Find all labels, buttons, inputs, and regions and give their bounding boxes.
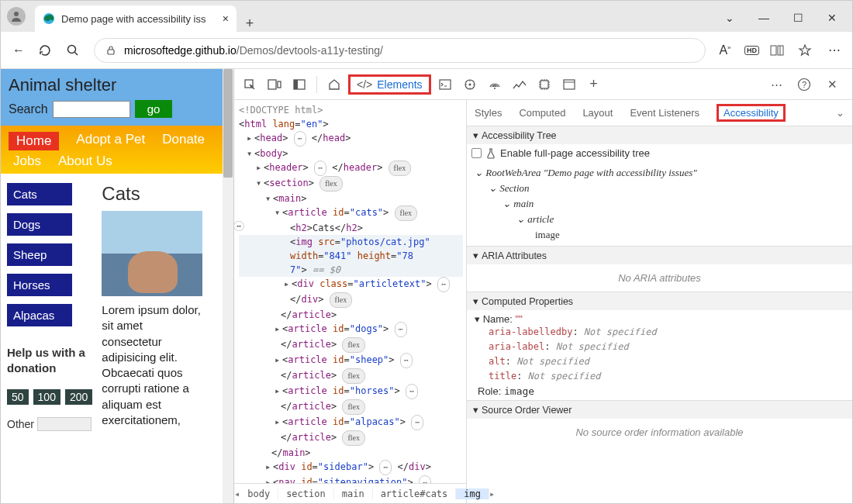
subtab-layout[interactable]: Layout bbox=[582, 107, 613, 119]
sidebar-item-dogs[interactable]: Dogs bbox=[7, 213, 72, 236]
section-accessibility-tree[interactable]: ▾Accessibility Tree bbox=[467, 126, 852, 144]
donation-50[interactable]: 50 bbox=[7, 389, 29, 405]
enable-tree-checkbox[interactable] bbox=[471, 148, 482, 158]
title-bar: Demo page with accessibility iss × + ⌄ —… bbox=[1, 1, 852, 32]
browser-tab[interactable]: Demo page with accessibility iss × bbox=[35, 5, 237, 32]
svg-point-0 bbox=[14, 12, 19, 16]
address-bar[interactable]: microsoftedge.github.io/Demos/devtools-a… bbox=[94, 38, 706, 63]
styles-tabs: Styles Computed Layout Event Listeners A… bbox=[467, 100, 852, 126]
crumb-main[interactable]: main bbox=[334, 488, 373, 499]
svg-text:?: ? bbox=[802, 80, 806, 89]
nav-home[interactable]: Home bbox=[9, 132, 59, 150]
application-icon[interactable] bbox=[558, 74, 580, 95]
row-actions-icon[interactable]: ⋯ bbox=[234, 221, 244, 231]
section-source-order[interactable]: ▾Source Order Viewer bbox=[467, 401, 852, 419]
other-input[interactable] bbox=[37, 417, 92, 431]
profile-button[interactable] bbox=[1, 7, 32, 32]
search-input[interactable] bbox=[53, 101, 130, 118]
nav-jobs[interactable]: Jobs bbox=[13, 154, 41, 169]
subtab-accessibility[interactable]: Accessibility bbox=[717, 104, 786, 122]
crumb-article[interactable]: article#cats bbox=[373, 488, 457, 499]
dock-icon[interactable] bbox=[288, 74, 310, 95]
sov-empty: No source order information available bbox=[467, 419, 852, 446]
nav-adopt[interactable]: Adopt a Pet bbox=[76, 132, 145, 150]
page-scrollbar[interactable] bbox=[223, 69, 233, 503]
dom-tree[interactable]: <!DOCTYPE html> <html lang="en"> ▸<head>… bbox=[234, 100, 466, 483]
refresh-button[interactable] bbox=[38, 43, 55, 57]
subtab-event-listeners[interactable]: Event Listeners bbox=[630, 107, 699, 119]
chevron-down-icon[interactable]: ⌄ bbox=[836, 107, 844, 119]
donation-100[interactable]: 100 bbox=[33, 389, 60, 405]
menu-icon[interactable]: ⋯ bbox=[826, 43, 843, 57]
breadcrumb[interactable]: ◂ body section main article#cats img ▸ bbox=[234, 483, 466, 503]
reader-icon[interactable] bbox=[770, 44, 787, 57]
performance-icon[interactable] bbox=[509, 74, 530, 95]
favorite-icon[interactable] bbox=[798, 43, 815, 57]
toolbar: ← microsoftedge.github.io/Demos/devtools… bbox=[1, 32, 852, 69]
main-heading: Cats bbox=[102, 183, 227, 205]
search-icon[interactable] bbox=[66, 43, 83, 57]
lock-icon bbox=[105, 45, 116, 56]
go-button[interactable]: go bbox=[135, 100, 173, 118]
accessibility-panel: Styles Computed Layout Event Listeners A… bbox=[467, 100, 852, 503]
cat-image bbox=[102, 211, 202, 296]
svg-rect-9 bbox=[278, 81, 281, 88]
edge-icon bbox=[43, 12, 55, 25]
inspect-icon[interactable] bbox=[239, 74, 261, 95]
minimize-button[interactable]: — bbox=[756, 12, 772, 24]
accessibility-tree[interactable]: ⌄ RootWebArea "Demo page with accessibil… bbox=[467, 162, 852, 246]
close-window-button[interactable]: ✕ bbox=[824, 12, 840, 24]
search-label: Search bbox=[9, 102, 48, 116]
crumb-section[interactable]: section bbox=[278, 488, 334, 499]
section-aria-attributes[interactable]: ▾ARIA Attributes bbox=[467, 247, 852, 264]
sidebar-item-alpacas[interactable]: Alpacas bbox=[7, 304, 72, 326]
subtab-computed[interactable]: Computed bbox=[519, 107, 565, 119]
close-tab-icon[interactable]: × bbox=[223, 12, 229, 25]
sidebar-item-sheep[interactable]: Sheep bbox=[7, 243, 72, 266]
dom-selected-img[interactable]: <img src="photos/cat.jpg" bbox=[239, 235, 463, 249]
more-tools-icon[interactable]: ⋯ bbox=[765, 74, 787, 95]
aria-empty: No ARIA attributes bbox=[467, 264, 852, 292]
memory-icon[interactable] bbox=[534, 74, 555, 95]
svg-rect-8 bbox=[268, 80, 276, 89]
network-icon[interactable] bbox=[484, 74, 506, 95]
nav-about[interactable]: About Us bbox=[58, 154, 112, 169]
section-computed-properties[interactable]: ▾Computed Properties bbox=[467, 292, 852, 310]
new-tab-button[interactable]: + bbox=[237, 16, 263, 32]
url-path: /Demos/devtools-a11y-testing/ bbox=[237, 44, 383, 57]
subtab-styles[interactable]: Styles bbox=[475, 107, 502, 119]
site-nav: Home Adopt a Pet Donate Jobs About Us bbox=[1, 126, 233, 174]
device-icon[interactable] bbox=[264, 74, 285, 95]
sidebar-item-cats[interactable]: Cats bbox=[7, 183, 72, 205]
plus-icon[interactable]: + bbox=[583, 74, 605, 95]
page-viewport: Animal shelter Search go Home Adopt a Pe… bbox=[1, 69, 233, 503]
svg-rect-12 bbox=[440, 80, 451, 89]
tab-elements[interactable]: </> Elements bbox=[348, 74, 431, 95]
nav-donate[interactable]: Donate bbox=[162, 132, 205, 150]
crumb-prev-icon[interactable]: ◂ bbox=[234, 488, 240, 499]
person-icon bbox=[7, 7, 26, 26]
read-aloud-icon[interactable]: A» bbox=[717, 43, 734, 57]
maximize-button[interactable]: ☐ bbox=[790, 12, 806, 24]
help-title: Help us with a donation bbox=[7, 345, 92, 375]
hd-icon[interactable]: HD bbox=[744, 46, 759, 55]
svg-rect-16 bbox=[540, 81, 548, 88]
page-title: Animal shelter bbox=[9, 75, 226, 95]
crumb-body[interactable]: body bbox=[240, 488, 278, 499]
sidebar-item-horses[interactable]: Horses bbox=[7, 274, 72, 296]
flask-icon bbox=[486, 148, 496, 159]
donation-200[interactable]: 200 bbox=[65, 389, 92, 405]
svg-point-15 bbox=[494, 88, 496, 89]
welcome-icon[interactable] bbox=[323, 74, 345, 95]
help-icon[interactable]: ? bbox=[793, 74, 815, 95]
back-button[interactable]: ← bbox=[10, 43, 27, 57]
enable-tree-label: Enable full-page accessibility tree bbox=[500, 147, 650, 159]
console-icon[interactable] bbox=[434, 74, 456, 95]
sources-icon[interactable] bbox=[459, 74, 481, 95]
svg-point-14 bbox=[468, 83, 471, 85]
svg-point-2 bbox=[68, 45, 76, 53]
chevron-down-icon[interactable]: ⌄ bbox=[722, 12, 737, 24]
close-devtools-icon[interactable]: ✕ bbox=[821, 74, 843, 95]
tab-title: Demo page with accessibility iss bbox=[61, 13, 205, 25]
svg-rect-4 bbox=[108, 50, 114, 54]
